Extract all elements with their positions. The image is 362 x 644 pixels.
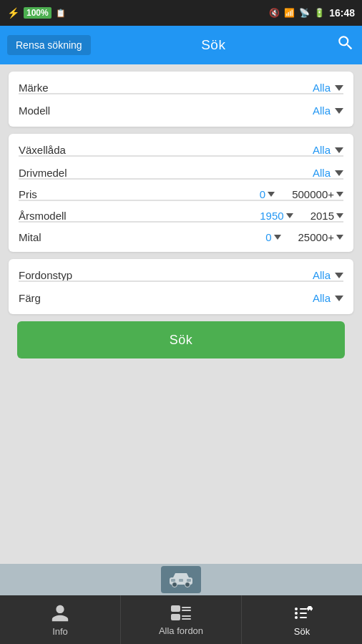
marke-chevron-icon [335,85,343,91]
drivmedel-value: Alla [313,167,343,179]
signal-icon: 📡 [299,8,310,18]
pris-min-chevron-icon [268,192,275,197]
field-row-vaxellada[interactable]: Växellåda Alla [9,134,353,156]
nav-item-info[interactable]: Info [0,595,121,644]
svg-rect-4 [179,579,183,582]
car-strip [0,564,362,595]
mital-max: 25000+ [298,231,343,243]
person-icon [50,603,70,623]
mital-min-chevron-icon [274,235,281,240]
status-bar: ⚡ 100% 📋 🔇 📶 📡 🔋 16:48 [0,0,362,26]
arsmodell-min: 1950 [260,210,293,222]
svg-rect-15 [300,608,307,610]
drivmedel-label: Drivmedel [19,167,67,179]
field-row-farg[interactable]: Färg Alla [9,282,353,314]
pris-min: 0 [260,188,275,200]
page-title: Sök [201,37,225,53]
arsmodell-label: Årsmodell [19,210,254,222]
field-row-modell[interactable]: Modell Alla [9,94,353,127]
car-strip-icon-box [161,566,201,593]
vaxellada-value: Alla [313,144,343,156]
search-icon[interactable] [336,34,355,57]
card-make-model: Märke Alla Modell Alla [9,72,353,127]
field-row-marke[interactable]: Märke Alla [9,72,353,94]
nav-item-alla-fordon[interactable]: Alla fordon [121,595,242,644]
car-list-icon [170,604,192,623]
mital-max-chevron-icon [336,235,343,240]
arsmodell-min-chevron-icon [286,213,293,218]
modell-chevron-icon [335,108,343,114]
arsmodell-max-chevron-icon [336,213,343,218]
usb-icon: ⚡ [7,7,19,19]
marke-value: Alla [313,82,343,94]
svg-rect-5 [187,579,191,582]
drivmedel-chevron-icon [335,170,343,176]
bottom-nav: Info Alla fordon [0,595,362,644]
mital-label: Mital [19,231,260,243]
svg-rect-3 [171,579,175,582]
modell-label: Modell [19,104,50,117]
battery2-icon: 🔋 [314,8,325,18]
nav-info-label: Info [52,626,68,637]
wifi-icon: 📶 [284,8,295,18]
farg-label: Färg [19,292,41,304]
vaxellada-label: Växellåda [19,144,66,156]
field-row-drivmedel[interactable]: Drivmedel Alla [9,157,353,179]
pris-max-chevron-icon [336,192,343,197]
pris-label: Pris [19,188,254,200]
vaxellada-chevron-icon [335,147,343,153]
fordonstyp-value: Alla [313,269,343,281]
range-row-pris[interactable]: Pris 0 500000+ [9,180,353,200]
svg-point-12 [295,608,298,610]
farg-chevron-icon [335,296,343,301]
range-row-arsmodell[interactable]: Årsmodell 1950 2015 [9,201,353,222]
svg-rect-10 [182,615,191,617]
field-row-fordonstyp[interactable]: Fordonstyp Alla [9,259,353,281]
main-content: Märke Alla Modell Alla Växellåda Alla D [0,64,362,564]
svg-point-13 [295,612,298,615]
search-button[interactable]: Sök [17,321,345,358]
bottom-area: Info Alla fordon [0,564,362,644]
search-button-container: Sök [9,321,353,358]
card-details: Växellåda Alla Drivmedel Alla Pris 0 500… [9,134,353,252]
modell-value: Alla [313,104,343,117]
svg-rect-6 [171,605,180,612]
status-left-icons: ⚡ 100% 📋 [7,7,66,19]
svg-point-1 [172,582,177,587]
svg-rect-18 [307,608,313,610]
nav-item-sok[interactable]: Sök [242,595,362,644]
header: Rensa sökning Sök [0,26,362,64]
svg-point-19 [308,609,309,610]
svg-rect-8 [182,610,191,611]
fordonstyp-chevron-icon [335,273,343,278]
nav-sok-label: Sök [294,626,310,637]
svg-point-20 [310,609,312,610]
sim-icon: 📋 [56,9,66,18]
farg-value: Alla [313,292,343,304]
arsmodell-max: 2015 [310,210,343,222]
clock: 16:48 [329,7,355,19]
svg-point-2 [185,582,190,587]
svg-rect-17 [300,617,307,618]
pris-max: 500000+ [292,188,343,200]
nav-alla-fordon-label: Alla fordon [159,625,203,636]
svg-rect-7 [182,607,191,608]
svg-rect-9 [171,614,180,620]
fordonstyp-label: Fordonstyp [19,269,72,281]
status-right-icons: 🔇 📶 📡 🔋 16:48 [269,7,355,19]
card-vehicle-type: Fordonstyp Alla Färg Alla [9,259,353,314]
svg-point-14 [295,616,298,619]
svg-rect-11 [182,618,191,620]
marke-label: Märke [19,82,49,94]
battery-icon: 100% [24,7,52,19]
mital-min: 0 [265,231,280,243]
clear-search-button[interactable]: Rensa sökning [7,35,91,55]
range-row-mital[interactable]: Mital 0 25000+ [9,223,353,252]
search-cars-icon [290,603,313,623]
mute-icon: 🔇 [269,8,280,18]
svg-rect-16 [300,613,307,614]
